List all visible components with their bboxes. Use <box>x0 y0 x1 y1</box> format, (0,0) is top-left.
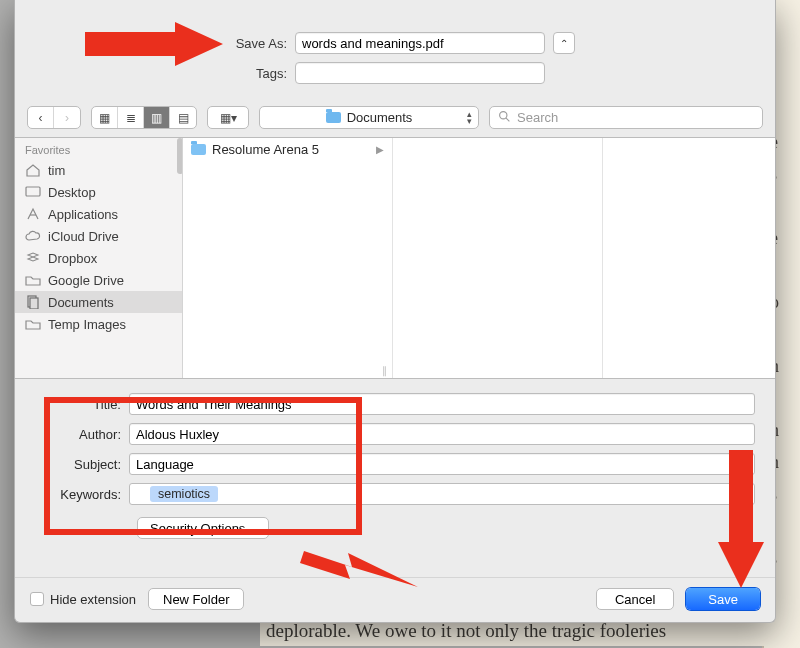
sidebar-item-label: Temp Images <box>48 317 126 332</box>
view-columns-button[interactable]: ▥ <box>144 107 170 128</box>
group-menu[interactable]: ▦▾ <box>207 106 249 129</box>
view-mode-segment: ▦ ≣ ▥ ▤ <box>91 106 197 129</box>
sidebar-item-label: iCloud Drive <box>48 229 119 244</box>
sidebar-item-label: tim <box>48 163 65 178</box>
keywords-input[interactable]: semiotics <box>129 483 755 505</box>
title-input[interactable] <box>129 393 755 415</box>
sidebar-item-icloud[interactable]: iCloud Drive <box>15 225 182 247</box>
view-icons-button[interactable]: ▦ <box>92 107 118 128</box>
view-gallery-button[interactable]: ▤ <box>170 107 196 128</box>
security-options-button[interactable]: Security Options... <box>137 517 269 539</box>
apps-icon <box>25 207 41 221</box>
sidebar-item-label: Applications <box>48 207 118 222</box>
sidebar-item-dropbox[interactable]: Dropbox <box>15 247 182 269</box>
tags-label: Tags: <box>35 66 295 81</box>
browser-column-2 <box>393 138 603 378</box>
list-icon: ≣ <box>126 111 136 125</box>
keywords-label: Keywords: <box>35 487 129 502</box>
author-label: Author: <box>35 427 129 442</box>
file-browser: Favorites tim Desktop Applications iClou… <box>15 137 775 379</box>
sidebar: Favorites tim Desktop Applications iClou… <box>15 138 183 378</box>
search-icon <box>498 110 511 126</box>
browser-toolbar: ‹ › ▦ ≣ ▥ ▤ ▦▾ Documents ▴▾ Search <box>15 102 775 137</box>
sidebar-item-tim[interactable]: tim <box>15 159 182 181</box>
folder-icon <box>191 144 206 155</box>
hide-extension-label: Hide extension <box>50 592 136 607</box>
tags-input[interactable] <box>295 62 545 84</box>
columns-icon: ▥ <box>151 111 162 125</box>
chevron-left-icon: ‹ <box>39 111 43 125</box>
nav-back-forward: ‹ › <box>27 106 81 129</box>
sidebar-item-temp-images[interactable]: Temp Images <box>15 313 182 335</box>
view-list-button[interactable]: ≣ <box>118 107 144 128</box>
desktop-icon <box>25 185 41 199</box>
chevron-right-icon: › <box>65 111 69 125</box>
saveas-label: Save As: <box>35 36 295 51</box>
folder-icon <box>25 273 41 287</box>
keyword-token[interactable]: semiotics <box>150 486 218 502</box>
cancel-button[interactable]: Cancel <box>596 588 674 610</box>
forward-button[interactable]: › <box>54 107 80 128</box>
pdf-metadata-section: Title: Author: Subject: Keywords: semiot… <box>15 379 775 543</box>
svg-line-1 <box>506 118 509 121</box>
sidebar-item-label: Google Drive <box>48 273 124 288</box>
dialog-footer: Hide extension New Folder Cancel Save <box>15 577 775 622</box>
sidebar-item-label: Documents <box>48 295 114 310</box>
checkbox-icon <box>30 592 44 606</box>
author-input[interactable] <box>129 423 755 445</box>
group-icon: ▦▾ <box>220 111 237 125</box>
updown-icon: ▴▾ <box>467 111 472 125</box>
subject-input[interactable] <box>129 453 755 475</box>
save-button[interactable]: Save <box>686 588 760 610</box>
search-input[interactable]: Search <box>489 106 763 129</box>
location-popup[interactable]: Documents ▴▾ <box>259 106 479 129</box>
gallery-icon: ▤ <box>178 111 189 125</box>
grid-icon: ▦ <box>99 111 110 125</box>
sidebar-item-label: Dropbox <box>48 251 97 266</box>
sidebar-item-gdrive[interactable]: Google Drive <box>15 269 182 291</box>
folder-icon <box>326 112 341 123</box>
folder-item-label: Resolume Arena 5 <box>212 142 319 157</box>
home-icon <box>25 163 41 177</box>
save-dialog: Save As: ⌃ Tags: ‹ › ▦ ≣ ▥ ▤ ▦▾ Document… <box>14 0 776 623</box>
svg-rect-5 <box>30 298 38 309</box>
sidebar-item-desktop[interactable]: Desktop <box>15 181 182 203</box>
browser-column-1: Resolume Arena 5 ▶ ∥ <box>183 138 393 378</box>
docs-icon <box>25 295 41 309</box>
folder-icon <box>25 317 41 331</box>
svg-rect-2 <box>26 187 40 196</box>
column-resize-handle[interactable]: ∥ <box>382 365 388 376</box>
sidebar-item-documents[interactable]: Documents <box>15 291 182 313</box>
subject-label: Subject: <box>35 457 129 472</box>
hide-extension-checkbox[interactable]: Hide extension <box>30 592 136 607</box>
title-label: Title: <box>35 397 129 412</box>
dropbox-icon <box>25 251 41 265</box>
saveas-input[interactable] <box>295 32 545 54</box>
chevron-up-icon: ⌃ <box>560 38 568 49</box>
sidebar-item-label: Desktop <box>48 185 96 200</box>
svg-point-0 <box>500 111 507 118</box>
browser-column-3 <box>603 138 775 378</box>
location-label: Documents <box>347 110 413 125</box>
back-button[interactable]: ‹ <box>28 107 54 128</box>
collapse-toggle[interactable]: ⌃ <box>553 32 575 54</box>
folder-item-resolume[interactable]: Resolume Arena 5 ▶ <box>183 138 392 161</box>
chevron-right-icon: ▶ <box>376 144 384 155</box>
sidebar-section-label: Favorites <box>15 138 182 159</box>
cloud-icon <box>25 229 41 243</box>
search-placeholder: Search <box>517 110 558 125</box>
new-folder-button[interactable]: New Folder <box>148 588 244 610</box>
sidebar-item-applications[interactable]: Applications <box>15 203 182 225</box>
